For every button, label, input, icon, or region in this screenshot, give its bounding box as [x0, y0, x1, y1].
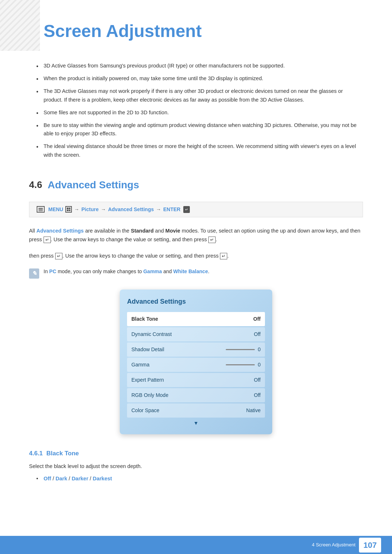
menu-picture: Picture [81, 206, 98, 213]
bullet-item: The ideal viewing distance should be thr… [36, 142, 363, 159]
note-icon: ✎ [29, 268, 39, 279]
gamma-slider-bar [226, 364, 255, 365]
black-tone-label: Black Tone [131, 315, 158, 323]
option-darker: Darker [72, 476, 88, 481]
menu-widget-title: Advanced Settings [127, 297, 265, 308]
gamma-slider: 0 [226, 361, 261, 369]
menu-path: MENU → Picture → Advanced Settings → ENT… [29, 202, 363, 217]
dynamic-contrast-label: Dynamic Contrast [131, 331, 172, 338]
expert-pattern-value: Off [254, 376, 261, 384]
section-title: Advanced Settings [48, 177, 139, 193]
option-dark: Dark [56, 476, 67, 481]
subsection-number: 4.6.1 [29, 449, 43, 458]
bullet-item: 3D Active Glasses from Samsung's previou… [36, 62, 363, 70]
chapter-header: 4 Screen Adjustment [0, 0, 392, 54]
menu-item-black-tone[interactable]: Black Tone Off [127, 312, 265, 326]
chapter-stripe [0, 0, 40, 51]
menu-enter-text: ENTER [163, 206, 180, 213]
menu-grid-icon [65, 206, 72, 213]
option-item: Off / Dark / Darker / Darkest [36, 475, 363, 483]
expert-pattern-label: Expert Pattern [131, 376, 164, 384]
enter-ref-2: ↵ [208, 237, 216, 243]
gamma-label: Gamma [131, 361, 150, 369]
bullet-item: When the product is initially powered on… [36, 74, 363, 83]
advanced-settings-menu: Advanced Settings Black Tone Off Dynamic… [120, 290, 272, 434]
enter-ref-1: ↵ [44, 237, 51, 243]
arrow-1: → [74, 206, 79, 213]
option-off: Off [44, 476, 51, 481]
enter-icon: ↵ [183, 206, 190, 213]
section-heading: 4.6 Advanced Settings [29, 174, 363, 193]
bold-advanced: Advanced Settings [36, 228, 84, 234]
subsection-title: Black Tone [46, 449, 79, 458]
description-text: All Advanced Settings are available in t… [29, 226, 363, 244]
footer-page-number: 107 [359, 538, 381, 553]
color-space-value: Native [246, 407, 261, 414]
description-text-2: then press ↵. Use the arrow keys to chan… [29, 251, 363, 260]
section-number: 4.6 [29, 178, 42, 192]
arrow-3: → [156, 206, 161, 213]
shadow-detail-slider-bar [226, 349, 255, 350]
enter-ref-4: ↵ [220, 253, 227, 259]
footer: 4 Screen Adjustment 107 [0, 536, 392, 554]
menu-icon [37, 206, 45, 213]
subsection-body: Select the black level to adjust the scr… [29, 462, 363, 471]
note-icon-letter: ✎ [32, 269, 37, 278]
bold-standard: Standard [131, 228, 154, 234]
black-tone-value: Off [253, 315, 261, 323]
gamma-highlight: Gamma [143, 268, 162, 274]
bullet-item: The 3D Active Glasses may not work prope… [36, 87, 363, 104]
shadow-detail-value: 0 [258, 346, 261, 353]
white-balance-highlight: White Balance [173, 268, 208, 274]
menu-item-rgb-only-mode[interactable]: RGB Only Mode Off [127, 388, 265, 402]
dynamic-contrast-value: Off [254, 331, 261, 338]
bold-movie: Movie [166, 228, 180, 234]
rgb-only-mode-label: RGB Only Mode [131, 391, 168, 399]
menu-item-color-space[interactable]: Color Space Native [127, 403, 265, 418]
bullet-item: Some files are not supported in the 2D t… [36, 108, 363, 117]
menu-advanced: Advanced Settings [108, 206, 154, 213]
color-space-label: Color Space [131, 407, 159, 414]
note-box: ✎ In PC mode, you can only make changes … [29, 268, 363, 279]
shadow-detail-slider: 0 [226, 346, 261, 353]
menu-item-shadow-detail[interactable]: Shadow Detail 0 [127, 342, 265, 357]
gamma-value: 0 [258, 361, 261, 369]
menu-label: MENU [48, 206, 63, 213]
chapter-title: Screen Adjustment [44, 11, 202, 44]
subsection-heading: 4.6.1 Black Tone [29, 449, 363, 458]
option-sep-1: / [53, 476, 56, 481]
enter-ref-3: ↵ [55, 253, 62, 259]
arrow-2: → [101, 206, 106, 213]
footer-chapter-ref: 4 Screen Adjustment [312, 541, 355, 549]
menu-scroll-arrow: ▼ [127, 419, 265, 427]
rgb-only-mode-value: Off [254, 391, 261, 399]
option-list: Off / Dark / Darker / Darkest [29, 475, 363, 483]
pc-mode-highlight: PC [49, 268, 56, 274]
shadow-detail-label: Shadow Detail [131, 346, 164, 353]
menu-item-gamma[interactable]: Gamma 0 [127, 358, 265, 372]
bullet-item: Be sure to stay within the viewing angle… [36, 121, 363, 138]
option-darkest: Darkest [93, 476, 112, 481]
main-content: 3D Active Glasses from Samsung's previou… [0, 62, 392, 519]
menu-item-expert-pattern[interactable]: Expert Pattern Off [127, 373, 265, 387]
note-text: In PC mode, you can only make changes to… [44, 268, 209, 275]
bullet-list: 3D Active Glasses from Samsung's previou… [29, 62, 363, 159]
menu-item-dynamic-contrast[interactable]: Dynamic Contrast Off [127, 327, 265, 341]
